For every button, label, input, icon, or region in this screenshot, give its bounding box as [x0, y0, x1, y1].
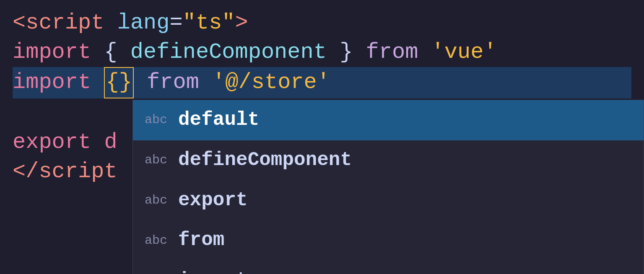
code-close-script: </script [13, 157, 117, 186]
type-label-export: abc [145, 192, 170, 209]
code-space3: } [327, 38, 366, 67]
code-space2: { [91, 38, 130, 67]
code-line-2: import { defineComponent } from 'vue' [13, 38, 631, 67]
code-vue-string: 'vue' [431, 38, 497, 67]
code-space6 [134, 68, 147, 97]
item-text-default: default [178, 108, 259, 133]
code-script-tag: script [26, 8, 104, 38]
code-from-kw: from [366, 38, 418, 67]
code-from-kw2: from [147, 68, 199, 97]
autocomplete-item-from[interactable]: abc from [133, 220, 644, 261]
code-import-kw2: import [13, 68, 91, 97]
item-text-definecomponent: defineComponent [178, 148, 352, 173]
code-line-3-highlighted: import {} from '@/store' [13, 67, 631, 98]
code-store-string: '@/store' [212, 68, 330, 97]
type-label-definecomponent: abc [145, 152, 170, 168]
code-cursor-braces: {} [104, 67, 133, 98]
code-defineComponent: defineComponent [130, 38, 327, 67]
code-import-kw: import [13, 38, 91, 67]
code-export-partial: export d [13, 128, 117, 157]
code-line-1: <script lang="ts"> [13, 8, 631, 38]
item-text-from: from [178, 228, 224, 253]
autocomplete-item-definecomponent[interactable]: abc defineComponent [133, 140, 644, 181]
autocomplete-item-export[interactable]: abc export [133, 181, 644, 221]
code-tag-close: > [235, 8, 248, 38]
autocomplete-item-import[interactable]: abc import [133, 261, 644, 274]
code-lang-attr: lang [117, 8, 170, 38]
item-text-import: import [178, 268, 248, 274]
type-label-from: abc [145, 233, 170, 249]
autocomplete-item-default[interactable]: abc default [133, 100, 644, 140]
code-lang-value: "ts" [183, 8, 235, 38]
code-space7 [199, 68, 212, 97]
code-space5 [91, 68, 104, 97]
editor-container: <script lang="ts"> import { defineCompon… [0, 0, 644, 274]
code-space [104, 8, 117, 38]
code-equals: = [170, 8, 183, 38]
item-text-export: export [178, 188, 248, 213]
autocomplete-dropdown: abc default abc defineComponent abc expo… [132, 100, 644, 274]
type-label-import: abc [145, 273, 170, 274]
code-tag-open: < [13, 8, 26, 38]
type-label-default: abc [145, 112, 170, 128]
code-space4 [418, 38, 431, 67]
